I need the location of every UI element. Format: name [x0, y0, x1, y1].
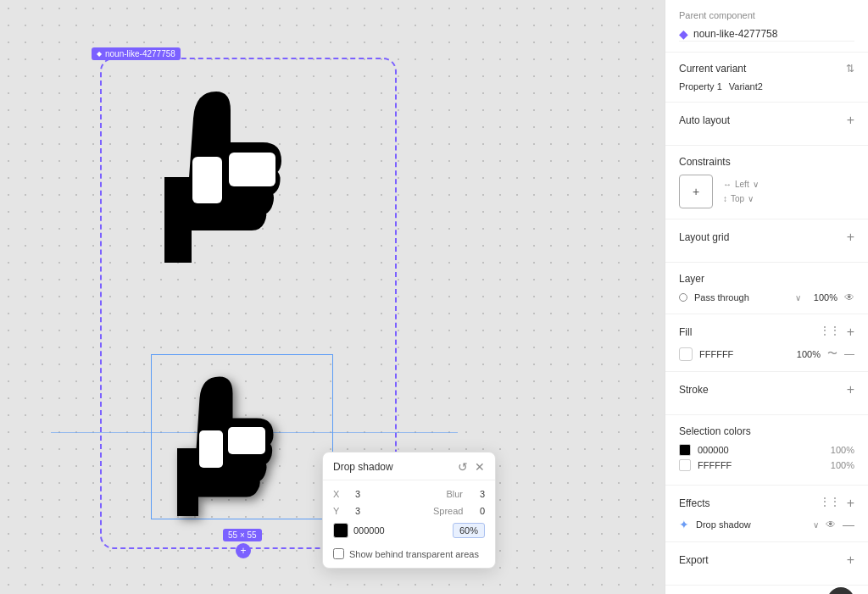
- y-label: Y: [333, 506, 350, 516]
- sel-color-row-1: 000000 100%: [679, 444, 854, 456]
- effects-grid-icon[interactable]: ⋮⋮: [820, 496, 840, 511]
- constraints-label: Constraints: [679, 156, 731, 168]
- current-variant-title: Current variant: [679, 63, 746, 75]
- checkbox-row: Show behind transparent areas: [333, 545, 485, 559]
- effects-item-drop-shadow: ✦ Drop shadow ∨ 👁 —: [679, 518, 854, 531]
- fill-label: Fill: [679, 326, 692, 338]
- sel-pct-2: 100%: [831, 460, 854, 470]
- constraint-v-value[interactable]: Top: [731, 194, 744, 203]
- sel-swatch-2[interactable]: [679, 459, 691, 471]
- selection-colors-header: Selection colors: [679, 425, 854, 437]
- variant-settings-icon[interactable]: ⇅: [846, 63, 854, 75]
- auto-layout-add-icon[interactable]: +: [847, 113, 854, 128]
- x-label: X: [333, 489, 350, 499]
- current-variant-header: Current variant ⇅: [679, 63, 854, 75]
- right-panel: Parent component ◆ noun-like-4277758 Cur…: [665, 0, 868, 594]
- sel-color-row-2: FFFFFF 100%: [679, 459, 854, 471]
- parent-component-title: Parent component: [679, 10, 854, 20]
- layer-circle-icon: [679, 293, 687, 302]
- v-arrow-icon: ↕: [723, 194, 727, 203]
- layer-visibility-icon[interactable]: 👁: [844, 291, 854, 303]
- blur-label: Blur: [433, 489, 463, 499]
- fill-add-icon[interactable]: +: [847, 325, 854, 340]
- fill-remove-icon[interactable]: —: [844, 348, 854, 360]
- color-row: 000000: [333, 523, 485, 538]
- blend-mode-chevron: ∨: [795, 293, 801, 303]
- stroke-header: Stroke +: [679, 382, 854, 397]
- parent-component-section: Parent component ◆ noun-like-4277758: [665, 0, 868, 53]
- layer-row: Pass through ∨ 100% 👁: [679, 291, 854, 303]
- property1-label: Property 1: [679, 81, 722, 92]
- effects-section: Effects ⋮⋮ + ✦ Drop shadow ∨ 👁 —: [665, 486, 868, 542]
- stroke-section: Stroke +: [665, 372, 868, 415]
- svg-rect-1: [229, 153, 275, 186]
- spread-label: Spread: [433, 506, 463, 516]
- layout-grid-header: Layout grid +: [679, 230, 854, 245]
- sel-hex-2[interactable]: FFFFFF: [698, 460, 824, 470]
- thumb-bottom-icon: [157, 364, 301, 517]
- color-hex[interactable]: 000000: [353, 525, 448, 536]
- popup-body: X 3 Blur 3 Y 3 Spread 0 000000 Show behi…: [323, 480, 495, 568]
- constraint-grid-plus: +: [693, 186, 699, 197]
- fill-opacity-value[interactable]: 100%: [791, 349, 821, 359]
- auto-layout-section: Auto layout +: [665, 103, 868, 146]
- help-button[interactable]: ?: [827, 587, 854, 594]
- size-label-text: 55 × 55: [228, 530, 257, 540]
- current-variant-section: Current variant ⇅ Property 1 Variant2: [665, 53, 868, 103]
- layer-section: Layer Pass through ∨ 100% 👁: [665, 263, 868, 314]
- y-value: 3: [355, 506, 428, 516]
- fill-row: FFFFFF 100% 〜 —: [679, 347, 854, 361]
- layer-header: Layer: [679, 273, 854, 285]
- export-section: Export +: [665, 542, 868, 586]
- effects-star-icon: ✦: [679, 518, 689, 531]
- fill-style-icon[interactable]: 〜: [827, 347, 837, 361]
- sel-pct-1: 100%: [831, 445, 854, 455]
- export-add-icon[interactable]: +: [847, 552, 854, 568]
- constraint-h-value[interactable]: Left: [735, 180, 749, 189]
- constraint-lines: ↔ Left ∨ ↕ Top ∨: [723, 180, 759, 203]
- component-name-row: ◆ noun-like-4277758: [679, 27, 854, 42]
- h-arrow-icon: ↔: [723, 180, 732, 189]
- effects-remove-icon[interactable]: —: [843, 518, 854, 531]
- fill-color-swatch[interactable]: [679, 347, 693, 361]
- fill-hex-value[interactable]: FFFFFF: [699, 349, 784, 359]
- svg-rect-0: [192, 157, 222, 203]
- opacity-input[interactable]: [453, 523, 485, 538]
- blur-value: 3: [468, 489, 485, 499]
- popup-reset-button[interactable]: ↺: [458, 461, 468, 473]
- layout-grid-add-icon[interactable]: +: [847, 230, 854, 245]
- constraints-box: + ↔ Left ∨ ↕ Top ∨: [679, 175, 854, 208]
- effects-label: Effects: [679, 497, 709, 509]
- component-diamond-icon: ◆: [679, 27, 688, 41]
- popup-actions: ↺ ✕: [458, 461, 485, 473]
- constraint-v-line: ↕ Top ∨: [723, 194, 759, 203]
- show-behind-checkbox[interactable]: [333, 548, 344, 559]
- component-name[interactable]: noun-like-4277758: [693, 28, 777, 40]
- layer-opacity-value[interactable]: 100%: [808, 292, 837, 303]
- blend-mode-label[interactable]: Pass through: [694, 292, 788, 303]
- effects-visibility-icon[interactable]: 👁: [826, 519, 836, 530]
- fill-grid-icon[interactable]: ⋮⋮: [820, 325, 840, 340]
- svg-rect-3: [228, 427, 265, 454]
- drop-shadow-popup: Drop shadow ↺ ✕ X 3 Blur 3 Y 3 Spread 0 …: [322, 452, 496, 569]
- effects-add-icon[interactable]: +: [847, 496, 854, 511]
- stroke-add-icon[interactable]: +: [847, 382, 854, 397]
- sel-swatch-1[interactable]: [679, 444, 691, 456]
- popup-header: Drop shadow ↺ ✕: [323, 452, 495, 480]
- effects-header: Effects ⋮⋮ +: [679, 496, 854, 511]
- effects-chevron-icon: ∨: [813, 520, 819, 530]
- color-swatch[interactable]: [333, 523, 348, 538]
- auto-layout-label: Auto layout: [679, 114, 730, 126]
- property1-value[interactable]: Variant2: [729, 81, 763, 92]
- effects-drop-shadow-label[interactable]: Drop shadow: [696, 519, 806, 530]
- sel-hex-1[interactable]: 000000: [698, 445, 824, 455]
- constraint-grid-widget[interactable]: +: [679, 175, 713, 208]
- checkbox-label: Show behind transparent areas: [349, 549, 479, 559]
- add-component-button[interactable]: +: [236, 543, 251, 558]
- variant-row: Property 1 Variant2: [679, 81, 854, 92]
- constraint-h-line: ↔ Left ∨: [723, 180, 759, 189]
- size-label: 55 × 55: [223, 529, 262, 541]
- constraints-section: Constraints + ↔ Left ∨ ↕ Top ∨: [665, 146, 868, 219]
- popup-close-button[interactable]: ✕: [475, 461, 485, 473]
- popup-title: Drop shadow: [333, 461, 393, 473]
